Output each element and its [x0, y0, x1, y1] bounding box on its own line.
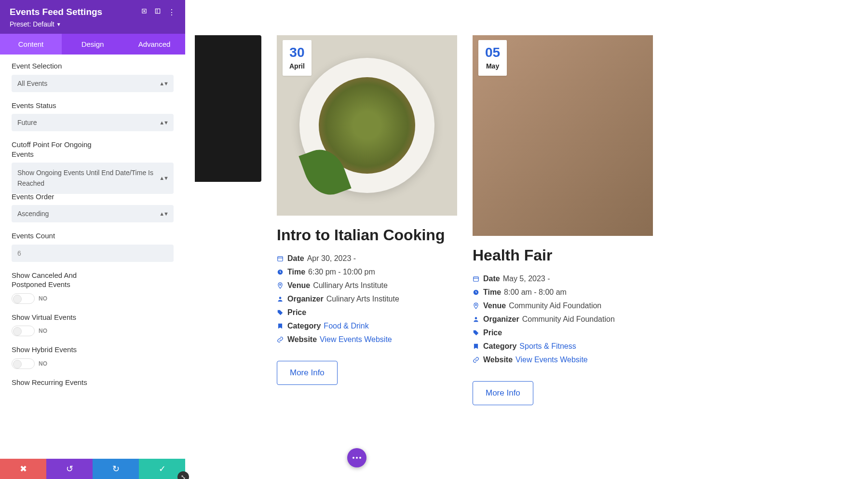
select-caret-icon: ▲▼	[159, 81, 168, 86]
events-status-label: Events Status	[12, 101, 174, 110]
svg-point-12	[475, 304, 477, 306]
events-order-select[interactable]: Ascending ▲▼	[12, 205, 174, 222]
date-badge: 30 April	[283, 40, 312, 76]
show-virtual-label: Show Virtual Events	[12, 313, 174, 322]
undo-button[interactable]: ↺	[46, 459, 93, 479]
sidebar-header: Events Feed Settings ⋮ Preset: Default ▼	[0, 0, 185, 34]
toggle-state: NO	[39, 360, 47, 367]
show-virtual-toggle[interactable]	[12, 326, 35, 336]
svg-point-8	[279, 297, 282, 299]
select-caret-icon: ▲▼	[159, 120, 168, 125]
svg-rect-4	[278, 257, 283, 261]
event-card: 30 April Intro to Italian Cooking Date A…	[277, 35, 457, 479]
date-day: 05	[485, 46, 500, 59]
tab-design[interactable]: Design	[62, 34, 123, 55]
more-info-button[interactable]: More Info	[277, 361, 338, 385]
show-hybrid-label: Show Hybrid Events	[12, 345, 174, 355]
redo-button[interactable]: ↻	[93, 459, 139, 479]
bookmark-icon	[473, 343, 480, 350]
svg-rect-2	[155, 9, 160, 13]
fab-button[interactable]	[347, 448, 366, 467]
event-image: 30 April	[277, 35, 457, 216]
link-icon	[473, 356, 480, 363]
event-title: Health Fair	[473, 246, 653, 264]
calendar-icon	[473, 275, 480, 282]
tab-advanced[interactable]: Advanced	[123, 34, 185, 55]
website-link[interactable]: View Events Website	[320, 334, 392, 345]
sidebar-toggle-icon[interactable]	[154, 8, 161, 16]
more-info-button[interactable]: More Info	[473, 381, 533, 405]
events-count-input[interactable]	[12, 245, 174, 262]
date-day: 30	[289, 46, 305, 59]
main-content: 30 April Intro to Italian Cooking Date A…	[185, 0, 868, 479]
svg-point-7	[280, 284, 281, 286]
event-image: 05 May	[473, 35, 653, 236]
sidebar-footer: ✖ ↺ ↻ ✓	[0, 459, 185, 479]
show-hybrid-toggle[interactable]	[12, 358, 35, 369]
date-badge: 05 May	[478, 40, 507, 76]
date-month: May	[485, 62, 500, 70]
link-icon	[277, 336, 285, 343]
sidebar-body[interactable]: Event Selection All Events ▲▼ Events Sta…	[0, 55, 185, 459]
clock-icon	[277, 269, 285, 275]
toggle-state: NO	[39, 295, 47, 302]
person-icon	[473, 316, 480, 323]
person-icon	[277, 296, 285, 302]
preset-value: Default	[33, 20, 54, 28]
events-count-label: Events Count	[12, 231, 174, 241]
pin-icon	[473, 302, 480, 309]
event-selection-select[interactable]: All Events ▲▼	[12, 75, 174, 92]
expand-icon[interactable]	[141, 8, 148, 16]
select-caret-icon: ▲▼	[159, 174, 168, 183]
clock-icon	[473, 289, 480, 296]
pin-icon	[277, 282, 285, 289]
tag-icon	[277, 309, 285, 316]
website-link[interactable]: View Events Website	[515, 354, 588, 366]
event-selection-label: Event Selection	[12, 61, 174, 71]
cancel-button[interactable]: ✖	[0, 459, 46, 479]
bookmark-icon	[277, 323, 285, 329]
toggle-state: NO	[39, 328, 47, 334]
tab-content[interactable]: Content	[0, 34, 62, 55]
event-title: Intro to Italian Cooking	[277, 226, 457, 244]
category-link[interactable]: Sports & Fitness	[519, 341, 576, 352]
kebab-menu-icon[interactable]: ⋮	[168, 8, 176, 17]
partial-card	[195, 35, 261, 182]
settings-sidebar: Events Feed Settings ⋮ Preset: Default ▼…	[0, 0, 185, 479]
cutoff-label: Cutoff Point For Ongoing Events	[12, 140, 108, 159]
preset-label: Preset:	[10, 20, 31, 28]
event-card: 05 May Health Fair Date May 5, 2023 - Ti…	[473, 35, 653, 479]
svg-point-1	[144, 11, 145, 12]
sidebar-title: Events Feed Settings	[10, 7, 102, 17]
tag-icon	[473, 329, 480, 336]
preset-selector[interactable]: Preset: Default ▼	[10, 20, 176, 28]
date-month: April	[289, 62, 305, 70]
show-recurring-label: Show Recurring Events	[12, 378, 174, 387]
calendar-icon	[277, 255, 285, 262]
show-canceled-label: Show Canceled And Postponed Events	[12, 271, 108, 289]
chevron-down-icon: ▼	[56, 22, 61, 27]
show-canceled-toggle[interactable]	[12, 293, 35, 304]
tabs: Content Design Advanced	[0, 34, 185, 55]
events-status-select[interactable]: Future ▲▼	[12, 114, 174, 131]
category-link[interactable]: Food & Drink	[324, 320, 368, 332]
svg-point-13	[475, 317, 477, 319]
dots-icon	[353, 457, 361, 459]
cutoff-select[interactable]: Show Ongoing Events Until End Date/Time …	[12, 163, 174, 194]
select-caret-icon: ▲▼	[159, 211, 168, 217]
svg-rect-9	[474, 277, 479, 281]
